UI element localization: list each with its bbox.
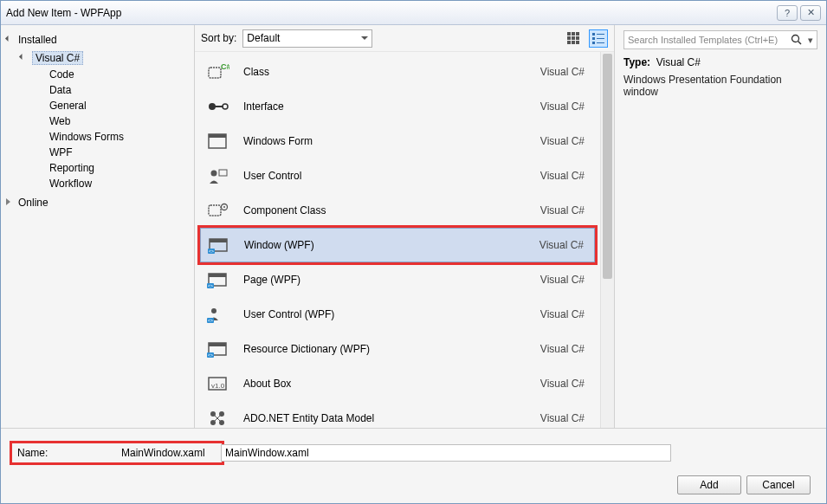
search-dropdown-icon[interactable]: ▾ <box>808 35 813 46</box>
template-row[interactable]: <>Window (WPF)Visual C# <box>200 228 595 262</box>
tree-installed[interactable]: Installed <box>1 30 194 49</box>
wpf-icon: <> <box>207 268 229 291</box>
wpf-uc-icon: <> <box>207 303 229 326</box>
template-label: Windows Form <box>243 135 540 147</box>
template-lang: Visual C# <box>540 100 585 113</box>
title-bar: Add New Item - WPFApp ? ✕ <box>1 1 826 25</box>
cancel-button[interactable]: Cancel <box>746 475 811 494</box>
template-row[interactable]: ADO.NET Entity Data ModelVisual C# <box>200 401 595 428</box>
name-label: Name: <box>17 447 121 459</box>
svg-rect-23 <box>219 170 227 176</box>
ado-icon <box>207 407 229 428</box>
tree-leaf[interactable]: General <box>1 98 194 113</box>
svg-text:C#: C# <box>221 62 229 71</box>
svg-rect-9 <box>592 33 595 36</box>
tree-leaf[interactable]: Workflow <box>1 176 194 191</box>
template-label: Resource Dictionary (WPF) <box>243 343 540 355</box>
template-row[interactable]: C#ClassVisual C# <box>200 55 595 89</box>
search-placeholder: Search Installed Templates (Ctrl+E) <box>628 35 778 45</box>
svg-line-52 <box>798 42 802 45</box>
tree-leaf[interactable]: Windows Forms <box>1 129 194 145</box>
svg-rect-21 <box>209 134 226 138</box>
detail-type-value: Visual C# <box>656 56 701 68</box>
svg-text:<>: <> <box>208 318 213 323</box>
svg-rect-11 <box>592 37 595 40</box>
tree-visual-csharp[interactable]: Visual C# <box>1 49 194 67</box>
svg-rect-15 <box>209 68 221 78</box>
template-lang: Visual C# <box>539 239 584 251</box>
svg-rect-6 <box>567 41 571 44</box>
template-row[interactable]: InterfaceVisual C# <box>200 89 595 124</box>
template-lang: Visual C# <box>540 66 585 78</box>
svg-point-51 <box>792 36 799 42</box>
sort-by-dropdown[interactable]: Default <box>242 29 372 48</box>
svg-text:<>: <> <box>208 283 213 288</box>
chevron-right-icon <box>6 198 15 207</box>
list-icon <box>592 32 604 44</box>
tree-category-label: Visual C# <box>32 51 83 65</box>
tree-leaf[interactable]: Reporting <box>1 160 194 176</box>
window-title: Add New Item - WPFApp <box>6 7 774 19</box>
view-medium-icons-button[interactable] <box>564 29 583 48</box>
chevron-down-icon <box>6 36 15 44</box>
template-scrollbar[interactable] <box>600 52 614 428</box>
view-small-icons-button[interactable] <box>589 29 608 48</box>
template-label: Class <box>243 66 540 78</box>
detail-description: Windows Presentation Foundation window <box>623 74 817 98</box>
interface-icon <box>207 95 229 118</box>
template-row[interactable]: <>Resource Dictionary (WPF)Visual C# <box>200 332 595 366</box>
template-lang: Visual C# <box>540 378 585 390</box>
tree-leaf[interactable]: Web <box>1 113 194 129</box>
search-icon <box>791 34 803 46</box>
template-row[interactable]: Windows FormVisual C# <box>200 124 595 158</box>
sort-by-value: Default <box>247 32 280 44</box>
template-label: User Control (WPF) <box>243 308 540 320</box>
grid-icon <box>567 32 579 44</box>
svg-rect-24 <box>209 205 221 216</box>
tree-leaf[interactable]: Code <box>1 67 194 82</box>
template-label: User Control <box>243 170 540 182</box>
svg-rect-10 <box>597 34 604 35</box>
template-row[interactable]: <>User Control (WPF)Visual C# <box>200 297 595 332</box>
svg-rect-3 <box>567 36 571 40</box>
detail-type-label: Type: <box>623 56 650 68</box>
svg-point-35 <box>211 308 216 313</box>
template-lang: Visual C# <box>540 135 585 147</box>
svg-rect-28 <box>210 239 227 242</box>
scrollbar-thumb[interactable] <box>603 54 612 279</box>
template-row[interactable]: v1.0About BoxVisual C# <box>200 366 595 401</box>
tree-online-label: Online <box>18 197 48 209</box>
help-button[interactable]: ? <box>777 5 798 21</box>
svg-point-17 <box>209 103 216 110</box>
svg-rect-1 <box>572 32 575 36</box>
name-value-preview: MainWindow.xaml <box>121 447 216 459</box>
template-row[interactable]: User ControlVisual C# <box>200 158 595 193</box>
name-input[interactable] <box>221 444 671 462</box>
template-list[interactable]: C#ClassVisual C#InterfaceVisual C#Window… <box>195 52 600 428</box>
tree-leaf[interactable]: WPF <box>1 145 194 160</box>
svg-text:v1.0: v1.0 <box>211 382 225 390</box>
svg-rect-39 <box>209 343 226 346</box>
svg-rect-14 <box>597 42 604 43</box>
tree-online[interactable]: Online <box>1 195 194 210</box>
tree-installed-label: Installed <box>18 34 57 46</box>
template-row[interactable]: Component ClassVisual C# <box>200 193 595 228</box>
wpf-icon: <> <box>208 234 230 256</box>
component-icon <box>207 199 229 222</box>
sort-by-label: Sort by: <box>201 32 236 44</box>
svg-rect-2 <box>576 32 579 36</box>
template-label: Component Class <box>243 204 540 216</box>
tree-leaf[interactable]: Data <box>1 82 194 98</box>
add-button[interactable]: Add <box>677 475 741 494</box>
chevron-down-icon <box>20 54 29 62</box>
svg-rect-13 <box>592 42 595 44</box>
svg-rect-32 <box>209 274 226 277</box>
search-input[interactable]: Search Installed Templates (Ctrl+E) ▾ <box>623 30 817 49</box>
template-row[interactable]: <>Page (WPF)Visual C# <box>200 262 595 297</box>
close-button[interactable]: ✕ <box>800 5 821 21</box>
template-panel: Sort by: Default C#ClassVisual C#Interfa… <box>195 25 615 428</box>
svg-text:<>: <> <box>209 249 214 254</box>
footer: Name: MainWindow.xaml Add Cancel <box>1 428 826 503</box>
about-icon: v1.0 <box>207 372 229 395</box>
class-icon: C# <box>207 61 229 83</box>
